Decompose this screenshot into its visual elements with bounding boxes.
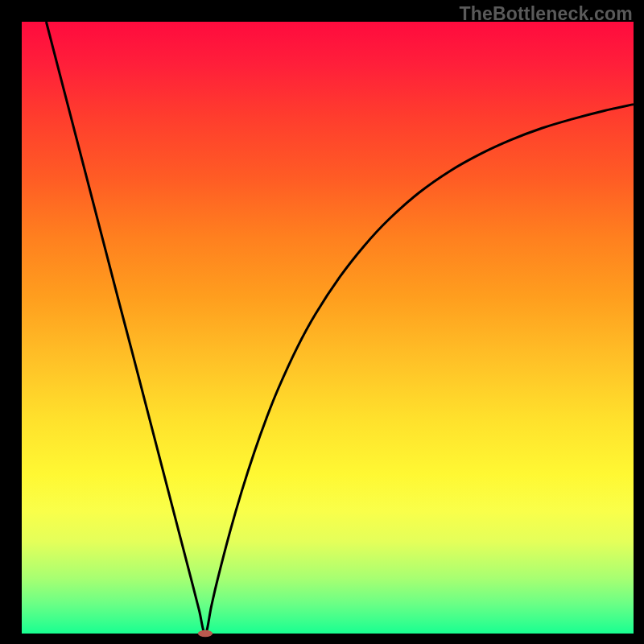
bottleneck-curve — [46, 22, 634, 634]
vertex-marker — [198, 630, 213, 637]
chart-stage: TheBottleneck.com — [0, 0, 644, 644]
curve-layer — [0, 0, 644, 644]
